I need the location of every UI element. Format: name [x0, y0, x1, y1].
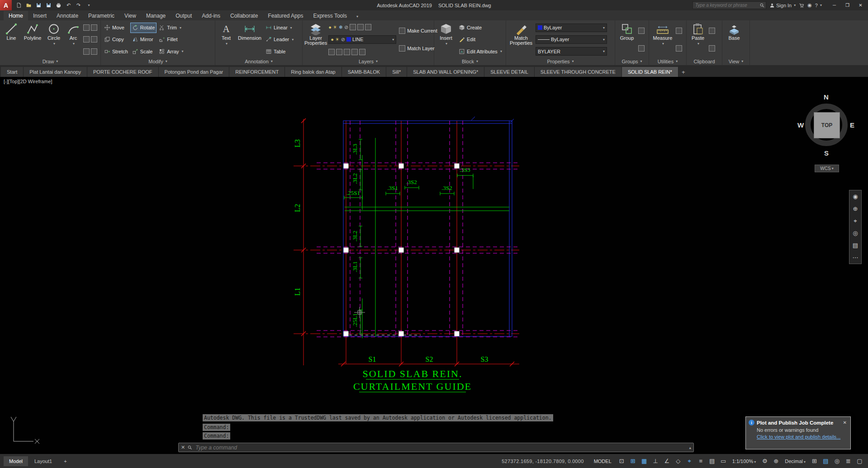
pan-icon[interactable]: ⊕: [850, 203, 861, 215]
app-store-icon[interactable]: [799, 3, 804, 8]
object-snap-icon[interactable]: ⌖: [685, 456, 694, 466]
layer-off-icon[interactable]: ●: [328, 24, 332, 30]
minimize-button[interactable]: ─: [828, 0, 841, 10]
command-input[interactable]: [194, 444, 687, 451]
linear-button[interactable]: Linear: [264, 23, 295, 33]
file-tab[interactable]: Potongan Pond dan Pagar: [159, 67, 230, 77]
grid-display-icon[interactable]: ▦: [640, 456, 649, 466]
qat-customize-icon[interactable]: [84, 1, 93, 9]
tab-insert[interactable]: Insert: [28, 11, 52, 20]
navbar-more-icon[interactable]: ⋯: [850, 251, 861, 264]
trim-button[interactable]: Trim: [157, 23, 185, 33]
command-close-icon[interactable]: ✕: [181, 444, 185, 450]
layer-off-all-icon[interactable]: [336, 49, 342, 55]
quick-select-icon[interactable]: [676, 28, 682, 34]
sign-in-button[interactable]: Sign In: [769, 3, 796, 8]
polyline-button[interactable]: Polyline: [22, 22, 43, 57]
notification-bell-icon[interactable]: ◉: [807, 2, 812, 8]
file-tab[interactable]: SAMB-BALOK: [342, 67, 387, 77]
viewcube-top-face[interactable]: TOP: [814, 112, 840, 138]
model-space-toggle[interactable]: MODEL: [590, 457, 615, 466]
file-tab-active[interactable]: SOLID SLAB REIN*: [622, 67, 678, 77]
line-button[interactable]: Line: [2, 22, 21, 57]
isolate-objects-icon[interactable]: ◎: [832, 456, 842, 466]
measure-button[interactable]: Measure: [651, 22, 674, 57]
quick-properties-icon[interactable]: ⊞: [810, 456, 819, 466]
hatch-icon[interactable]: [91, 24, 97, 31]
rebar-lines[interactable]: [344, 138, 509, 338]
tab-express-tools[interactable]: Express Tools: [308, 11, 351, 20]
lineweight-display-icon[interactable]: ≡: [696, 456, 706, 466]
drawing-svg[interactable]: L3 L2 L1 S1 S2 S3 .3L3 .3L2 .25S1 .3S1 .…: [0, 77, 868, 454]
selection-cycling-icon[interactable]: ▭: [719, 456, 728, 466]
tab-annotate[interactable]: Annotate: [52, 11, 83, 20]
toast-details-link[interactable]: Click to view plot and publish details..…: [746, 433, 850, 440]
file-tab[interactable]: SLAB AND WALL OPENING*: [407, 67, 484, 77]
ribbon-display-toggle-icon[interactable]: [352, 11, 362, 20]
file-tab[interactable]: Ring balok dan Atap: [285, 67, 342, 77]
circle-button[interactable]: Circle: [44, 22, 63, 57]
zoom-icon[interactable]: ⌖: [850, 215, 861, 227]
annotation-monitor-icon[interactable]: ⊕: [771, 456, 781, 466]
view-panel-label[interactable]: View: [722, 57, 749, 65]
leader-button[interactable]: Leader: [264, 35, 295, 44]
paste-button[interactable]: Paste: [688, 22, 707, 57]
help-search-box[interactable]: [693, 1, 766, 9]
model-space-canvas[interactable]: [-][Top][2D Wireframe]: [0, 77, 868, 454]
help-icon[interactable]: ?: [815, 3, 822, 8]
ungroup-icon[interactable]: [638, 28, 645, 34]
toast-close-icon[interactable]: ✕: [842, 420, 848, 425]
save-as-icon[interactable]: [44, 1, 53, 9]
spline-icon[interactable]: [83, 48, 90, 55]
new-drawing-tab-button[interactable]: +: [678, 67, 688, 77]
grid-lines[interactable]: [294, 119, 519, 365]
copy-button[interactable]: Copy: [103, 35, 129, 44]
full-navigation-wheel-icon[interactable]: ◉: [850, 190, 861, 203]
make-current-button[interactable]: Make Current: [398, 26, 439, 35]
tab-home[interactable]: Home: [4, 11, 28, 20]
rectangle-icon[interactable]: [83, 24, 90, 31]
new-file-icon[interactable]: [14, 1, 24, 9]
layer-properties-button[interactable]: Layer Properties: [304, 22, 327, 57]
layers-panel-label[interactable]: Layers: [303, 57, 434, 65]
command-customize-icon[interactable]: [187, 445, 192, 450]
groups-panel-label[interactable]: Groups: [615, 57, 649, 65]
tab-parametric[interactable]: Parametric: [83, 11, 119, 20]
fillet-button[interactable]: Fillet: [157, 35, 185, 44]
properties-panel-label[interactable]: Properties: [506, 57, 615, 65]
boundary-icon[interactable]: [91, 48, 97, 55]
wcs-dropdown[interactable]: WCS: [815, 165, 839, 172]
polar-tracking-icon[interactable]: ∠: [662, 456, 672, 466]
undo-icon[interactable]: ↶: [64, 1, 73, 9]
layer-merge-icon[interactable]: [351, 49, 358, 55]
model-tab[interactable]: Model: [4, 456, 28, 466]
block-panel-label[interactable]: Block: [434, 57, 506, 65]
utilities-panel-label[interactable]: Utilities: [649, 57, 686, 65]
base-button[interactable]: Base: [724, 22, 744, 57]
ellipse-icon[interactable]: [83, 36, 90, 43]
redo-icon[interactable]: ↷: [74, 1, 83, 9]
match-layer-button[interactable]: Match Layer: [398, 44, 439, 53]
viewcube-west[interactable]: W: [797, 121, 804, 129]
layout1-tab[interactable]: Layout1: [29, 456, 57, 466]
rotate-button[interactable]: Rotate: [131, 23, 156, 33]
linetype-dropdown[interactable]: ByLayer: [536, 35, 607, 44]
slab-boundary[interactable]: [343, 117, 514, 336]
file-tab[interactable]: REINFORCEMENT: [229, 67, 285, 77]
plot-status-icon[interactable]: ▤: [821, 456, 830, 466]
layer-delete-icon[interactable]: [359, 49, 365, 55]
viewport-controls[interactable]: [-][Top][2D Wireframe]: [4, 79, 52, 84]
command-line[interactable]: ✕ ▴: [178, 443, 694, 452]
maximize-button[interactable]: ❐: [841, 0, 854, 10]
modify-panel-label[interactable]: Modify: [101, 57, 215, 65]
file-tab[interactable]: SLEEVE THROUGH CONCRETE: [535, 67, 622, 77]
cut-icon[interactable]: [709, 28, 715, 34]
plot-icon[interactable]: [54, 1, 63, 9]
transparency-icon[interactable]: ▤: [707, 456, 717, 466]
ortho-mode-icon[interactable]: ⊥: [651, 456, 660, 466]
reinforcement-bands[interactable]: [317, 121, 519, 337]
layer-freeze-all-icon[interactable]: [328, 49, 335, 55]
layer-previous-icon[interactable]: [357, 24, 364, 30]
search-icon[interactable]: [759, 3, 764, 8]
viewcube-east[interactable]: E: [850, 121, 854, 129]
